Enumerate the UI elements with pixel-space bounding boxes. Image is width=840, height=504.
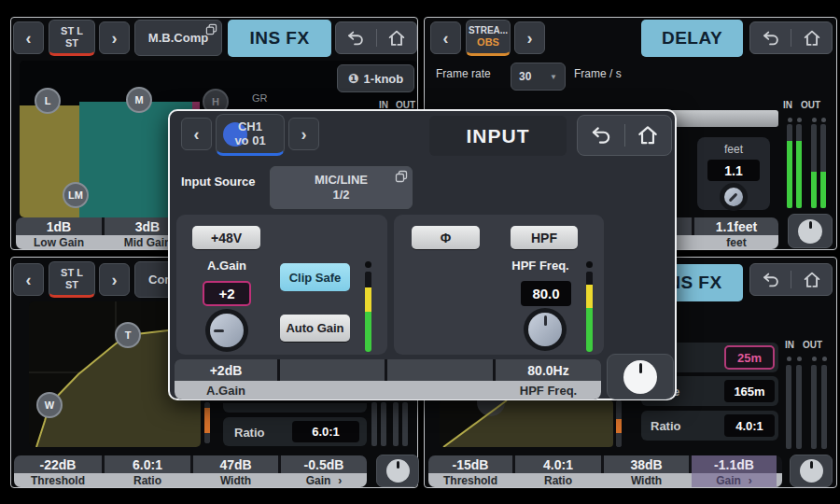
param-cell-gain[interactable]: -0.5dB (281, 455, 367, 473)
auto-gain-button[interactable]: Auto Gain (280, 315, 350, 342)
dialog-knob-button[interactable] (607, 354, 674, 399)
in-meter-l (786, 365, 791, 449)
next-channel-button[interactable]: › (288, 118, 319, 150)
delay-unit-label: feet (697, 143, 770, 156)
param-row-ratio[interactable]: Ratio 4.0:1 (641, 411, 778, 441)
more-params-chevron[interactable]: › (749, 474, 752, 487)
effect-select-button[interactable]: M.B.Comp (134, 20, 222, 56)
assigned-value-box[interactable]: 25m (724, 345, 775, 370)
undo-icon[interactable] (589, 123, 613, 147)
undo-icon[interactable] (761, 270, 781, 290)
param-cell-width[interactable]: 38dB (604, 455, 689, 473)
nav-group (749, 263, 833, 296)
chevron-right-icon: › (527, 30, 533, 47)
channel-select-button[interactable]: CH1 vo 01 (216, 114, 285, 156)
delay-knob[interactable] (720, 183, 748, 211)
param-cell-threshold[interactable]: -15dB (428, 455, 512, 473)
panel-knob-button[interactable] (788, 214, 833, 248)
channel-select-button[interactable]: STREA... OBS (466, 20, 511, 56)
delay-knob-tick (729, 193, 738, 203)
ratio-row-value: 4.0:1 (735, 419, 763, 433)
meter-green-seg (796, 141, 802, 208)
circled-one-icon: ❶ (348, 71, 359, 86)
nav-group (749, 21, 833, 54)
band-knob-mid[interactable]: M (126, 87, 152, 113)
home-icon[interactable] (802, 28, 822, 49)
next-channel-button[interactable]: › (514, 21, 545, 54)
prev-channel-button[interactable]: ‹ (430, 21, 461, 54)
undo-icon[interactable] (761, 28, 781, 49)
threshold-knob-label: T (125, 329, 132, 341)
mid-gain-label-text: Mid Gain (124, 236, 172, 249)
in-meter-r (796, 365, 802, 449)
input-source-button[interactable]: MIC/LINE 1/2 (270, 166, 413, 209)
width-label: Width (193, 473, 278, 487)
home-icon[interactable] (802, 270, 822, 290)
low-gain-label: Low Gain (16, 235, 102, 249)
ratio-row-value-box[interactable]: 4.0:1 (724, 414, 775, 437)
home-icon[interactable] (636, 123, 660, 147)
phase-button[interactable]: Φ (412, 226, 480, 249)
one-knob-button[interactable]: ❶ 1-knob (337, 64, 414, 92)
out-meter-l (811, 365, 817, 449)
prev-channel-button[interactable]: ‹ (181, 118, 212, 150)
in-label: IN (783, 100, 792, 110)
panel-knob-tick (810, 461, 813, 469)
width-knob[interactable]: W (36, 392, 63, 418)
param-cell-empty-2[interactable] (280, 359, 385, 381)
comp-curve-graph[interactable] (440, 400, 613, 447)
param-cell-delay[interactable]: 1.1feet (694, 217, 778, 235)
ratio-row-value-box[interactable]: 6.0:1 (292, 421, 359, 442)
hpf-freq-value: 80.0 (532, 286, 559, 301)
hpf-freq-value-box[interactable]: 80.0 (521, 281, 571, 306)
param-cell-empty-3[interactable] (387, 359, 493, 381)
clip-led (821, 118, 826, 122)
channel-name: ST L (61, 25, 83, 37)
frame-rate-dropdown[interactable]: 30 ▼ (511, 63, 566, 91)
next-channel-button[interactable]: › (99, 21, 130, 54)
meter-green-seg (811, 172, 817, 208)
channel-select-button[interactable]: ST L ST (49, 20, 95, 56)
meter-green-seg (820, 172, 826, 208)
hpf-button[interactable]: HPF (511, 226, 578, 249)
clip-led (822, 357, 827, 361)
phantom-48v-button[interactable]: +48V (192, 226, 260, 249)
panel-knob-button[interactable] (790, 455, 833, 487)
ratio-row[interactable]: Ratio 6.0:1 (223, 417, 367, 446)
home-icon[interactable] (386, 28, 407, 49)
release-value-box[interactable]: 165m (724, 380, 775, 402)
meter-dark-seg (796, 124, 802, 141)
crossover-knob-lm[interactable]: LM (63, 182, 89, 208)
param-cell-ratio[interactable]: 6.0:1 (105, 455, 190, 473)
undo-icon[interactable] (345, 28, 366, 49)
param-cell-ratio[interactable]: 4.0:1 (515, 455, 601, 473)
clip-safe-button[interactable]: Clip Safe (280, 263, 350, 291)
param-cell-gain-selected[interactable]: -1.1dB (692, 455, 777, 473)
analog-gain-knob[interactable] (205, 309, 248, 352)
param-cell-hpf-freq[interactable]: 80.0Hz (496, 359, 601, 381)
more-params-chevron[interactable]: › (338, 474, 342, 487)
threshold-knob[interactable]: T (115, 322, 141, 348)
hpf-freq-knob[interactable] (524, 308, 567, 351)
threshold-label-text: Threshold (443, 474, 497, 487)
width-label: Width (604, 473, 689, 487)
gain-value: -1.1dB (714, 457, 754, 472)
chevron-right-icon: › (112, 272, 118, 288)
next-channel-button[interactable]: › (99, 263, 130, 296)
frame-rate-value: 30 (519, 70, 531, 83)
prev-channel-button[interactable]: ‹ (13, 21, 44, 54)
prev-channel-button[interactable]: ‹ (13, 263, 44, 296)
param-cell-threshold[interactable]: -22dB (14, 455, 102, 473)
delay-value-box[interactable]: 1.1 (707, 160, 760, 181)
again-value: +2dB (210, 363, 243, 378)
analog-gain-value-box[interactable]: +2 (203, 281, 251, 306)
panel-knob-button[interactable] (376, 455, 419, 487)
channel-select-button[interactable]: ST L ST (49, 261, 95, 298)
param-cell-width[interactable]: 47dB (193, 455, 278, 473)
band-knob-high-label: H (212, 96, 219, 107)
param-cell-again[interactable]: +2dB (175, 359, 277, 381)
gain-label: Gain› (281, 473, 367, 487)
input-source-value: MIC/LINE (315, 173, 368, 188)
band-knob-low[interactable]: L (35, 88, 61, 114)
param-cell-low-gain[interactable]: 1dB (16, 217, 102, 235)
